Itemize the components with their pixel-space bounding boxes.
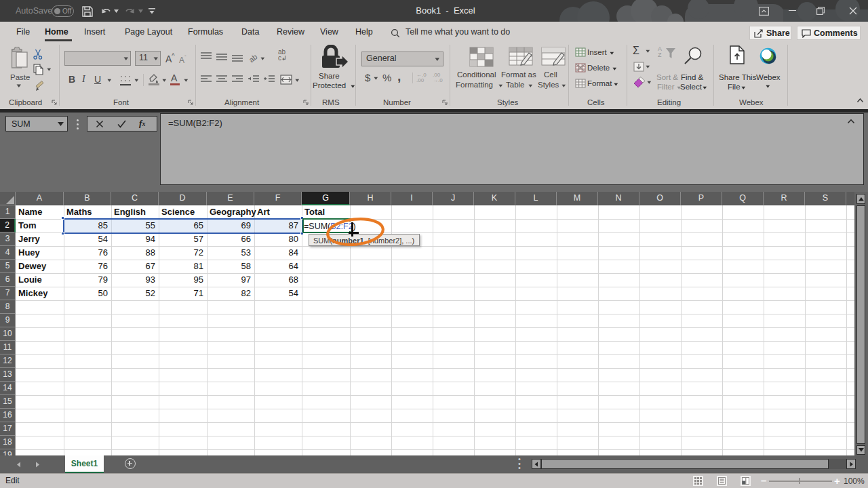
svg-text:ab: ab xyxy=(248,52,259,62)
